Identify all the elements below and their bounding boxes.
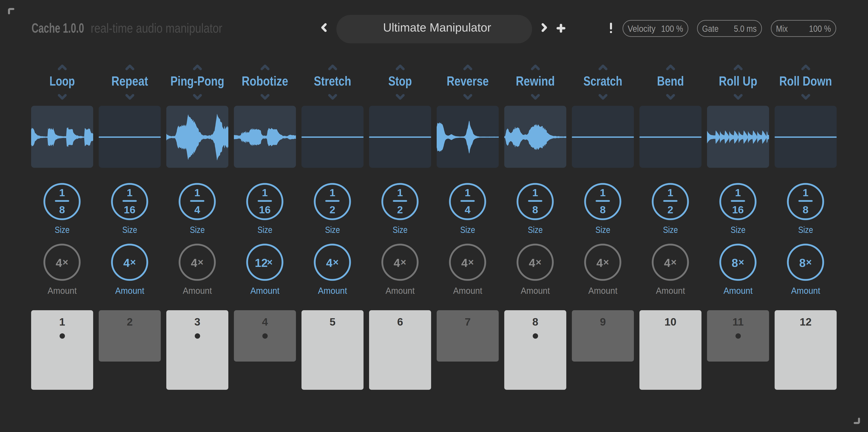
svg-text:4: 4 xyxy=(596,257,603,269)
svg-text:×: × xyxy=(333,257,339,268)
svg-text:1: 1 xyxy=(532,187,538,198)
svg-text:4: 4 xyxy=(394,257,400,269)
svg-text:2: 2 xyxy=(397,204,403,215)
svg-text:1: 1 xyxy=(127,187,132,198)
svg-text:8: 8 xyxy=(803,204,808,215)
svg-text:4: 4 xyxy=(194,204,200,215)
svg-text:×: × xyxy=(400,257,406,268)
svg-text:2: 2 xyxy=(330,204,335,215)
svg-text:4: 4 xyxy=(326,257,333,269)
svg-text:1: 1 xyxy=(668,187,673,198)
svg-text:1: 1 xyxy=(465,187,470,198)
svg-text:1: 1 xyxy=(330,187,335,198)
svg-text:1: 1 xyxy=(600,187,606,198)
svg-text:1: 1 xyxy=(194,187,200,198)
svg-text:4: 4 xyxy=(123,257,130,269)
svg-text:×: × xyxy=(198,257,204,268)
svg-text:4: 4 xyxy=(191,257,197,269)
svg-text:1: 1 xyxy=(262,187,268,198)
svg-text:4: 4 xyxy=(529,257,535,269)
svg-text:4: 4 xyxy=(465,204,470,215)
svg-text:1: 1 xyxy=(397,187,403,198)
svg-text:4: 4 xyxy=(461,257,468,269)
svg-text:8: 8 xyxy=(532,204,538,215)
svg-text:×: × xyxy=(130,257,136,268)
svg-text:16: 16 xyxy=(259,204,271,215)
svg-text:1: 1 xyxy=(803,187,808,198)
svg-text:×: × xyxy=(468,257,474,268)
svg-text:8: 8 xyxy=(59,204,65,215)
svg-text:2: 2 xyxy=(668,204,673,215)
svg-text:×: × xyxy=(738,257,744,268)
svg-text:4: 4 xyxy=(56,257,62,269)
svg-text:4: 4 xyxy=(664,257,671,269)
svg-text:8: 8 xyxy=(600,204,606,215)
svg-text:16: 16 xyxy=(124,204,135,215)
svg-text:8: 8 xyxy=(799,257,806,269)
svg-text:×: × xyxy=(806,257,812,268)
svg-text:16: 16 xyxy=(732,204,744,215)
svg-text:8: 8 xyxy=(732,257,738,269)
svg-text:×: × xyxy=(62,257,68,268)
svg-text:1: 1 xyxy=(59,187,65,198)
svg-text:12: 12 xyxy=(255,257,268,269)
svg-text:×: × xyxy=(536,257,541,268)
svg-text:×: × xyxy=(671,257,677,268)
svg-text:×: × xyxy=(267,257,273,268)
svg-text:×: × xyxy=(603,257,609,268)
svg-text:1: 1 xyxy=(735,187,741,198)
